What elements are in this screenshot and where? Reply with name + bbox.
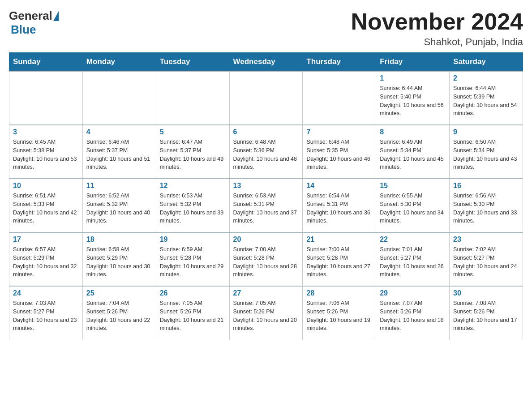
day-info: Sunrise: 6:44 AMSunset: 5:40 PMDaylight:… — [380, 84, 446, 118]
day-info: Sunrise: 6:55 AMSunset: 5:30 PMDaylight:… — [380, 192, 446, 225]
day-info: Sunrise: 7:06 AMSunset: 5:26 PMDaylight:… — [306, 299, 372, 333]
day-info: Sunrise: 6:56 AMSunset: 5:30 PMDaylight:… — [453, 192, 519, 225]
calendar-week-row: 24Sunrise: 7:03 AMSunset: 5:27 PMDayligh… — [9, 286, 523, 340]
day-number: 16 — [453, 182, 519, 190]
day-info: Sunrise: 6:45 AMSunset: 5:38 PMDaylight:… — [13, 138, 79, 171]
day-number: 29 — [380, 289, 446, 297]
calendar-day-cell: 28Sunrise: 7:06 AMSunset: 5:26 PMDayligh… — [303, 286, 376, 340]
day-number: 14 — [306, 182, 372, 190]
calendar-week-row: 3Sunrise: 6:45 AMSunset: 5:38 PMDaylight… — [9, 125, 523, 179]
day-info: Sunrise: 6:59 AMSunset: 5:28 PMDaylight:… — [160, 245, 226, 279]
calendar-day-cell: 23Sunrise: 7:02 AMSunset: 5:27 PMDayligh… — [450, 232, 523, 286]
calendar-day-cell: 18Sunrise: 6:58 AMSunset: 5:29 PMDayligh… — [82, 232, 156, 286]
day-number: 22 — [380, 235, 446, 244]
day-number: 10 — [13, 182, 79, 190]
day-info: Sunrise: 6:49 AMSunset: 5:34 PMDaylight:… — [380, 138, 446, 171]
day-info: Sunrise: 6:52 AMSunset: 5:32 PMDaylight:… — [86, 192, 152, 225]
calendar-day-cell: 5Sunrise: 6:47 AMSunset: 5:37 PMDaylight… — [156, 125, 229, 179]
calendar-day-cell: 1Sunrise: 6:44 AMSunset: 5:40 PMDaylight… — [376, 71, 450, 125]
calendar-day-cell: 15Sunrise: 6:55 AMSunset: 5:30 PMDayligh… — [376, 179, 450, 232]
day-number: 26 — [160, 289, 226, 297]
calendar-day-cell: 21Sunrise: 7:00 AMSunset: 5:28 PMDayligh… — [303, 232, 376, 286]
day-number: 2 — [453, 74, 519, 82]
day-number: 3 — [13, 128, 79, 136]
day-number: 5 — [160, 128, 226, 136]
calendar-table: SundayMondayTuesdayWednesdayThursdayFrid… — [9, 52, 523, 340]
calendar-week-row: 1Sunrise: 6:44 AMSunset: 5:40 PMDaylight… — [9, 71, 523, 125]
calendar-day-cell: 3Sunrise: 6:45 AMSunset: 5:38 PMDaylight… — [9, 125, 83, 179]
day-info: Sunrise: 6:54 AMSunset: 5:31 PMDaylight:… — [306, 192, 372, 225]
day-number: 8 — [380, 128, 446, 136]
calendar-day-cell: 20Sunrise: 7:00 AMSunset: 5:28 PMDayligh… — [229, 232, 303, 286]
day-number: 9 — [453, 128, 519, 136]
day-number: 11 — [86, 182, 152, 190]
calendar-day-cell — [229, 71, 303, 125]
calendar-day-cell: 11Sunrise: 6:52 AMSunset: 5:32 PMDayligh… — [82, 179, 156, 232]
calendar-day-cell: 9Sunrise: 6:50 AMSunset: 5:34 PMDaylight… — [450, 125, 523, 179]
calendar-day-cell: 25Sunrise: 7:04 AMSunset: 5:26 PMDayligh… — [82, 286, 156, 340]
calendar-week-row: 10Sunrise: 6:51 AMSunset: 5:33 PMDayligh… — [9, 179, 523, 232]
month-title: November 2024 — [351, 9, 523, 34]
title-area: November 2024 Shahkot, Punjab, India — [351, 9, 523, 48]
weekday-header: Saturday — [450, 53, 523, 72]
day-number: 17 — [13, 235, 79, 244]
day-info: Sunrise: 7:00 AMSunset: 5:28 PMDaylight:… — [306, 245, 372, 279]
day-number: 21 — [306, 235, 372, 244]
weekday-header: Wednesday — [229, 53, 303, 72]
day-number: 4 — [86, 128, 152, 136]
calendar-day-cell: 17Sunrise: 6:57 AMSunset: 5:29 PMDayligh… — [9, 232, 83, 286]
calendar-day-cell: 4Sunrise: 6:46 AMSunset: 5:37 PMDaylight… — [82, 125, 156, 179]
calendar-day-cell: 6Sunrise: 6:48 AMSunset: 5:36 PMDaylight… — [229, 125, 303, 179]
calendar-day-cell: 14Sunrise: 6:54 AMSunset: 5:31 PMDayligh… — [303, 179, 376, 232]
calendar-day-cell: 24Sunrise: 7:03 AMSunset: 5:27 PMDayligh… — [9, 286, 83, 340]
day-info: Sunrise: 6:47 AMSunset: 5:37 PMDaylight:… — [160, 138, 226, 171]
calendar-day-cell: 30Sunrise: 7:08 AMSunset: 5:26 PMDayligh… — [450, 286, 523, 340]
logo-blue-text: Blue — [11, 23, 36, 36]
day-number: 24 — [13, 289, 79, 297]
weekday-header: Sunday — [9, 53, 83, 72]
day-info: Sunrise: 6:53 AMSunset: 5:31 PMDaylight:… — [233, 192, 299, 225]
day-number: 1 — [380, 74, 446, 82]
day-info: Sunrise: 6:50 AMSunset: 5:34 PMDaylight:… — [453, 138, 519, 171]
calendar-day-cell — [303, 71, 376, 125]
day-number: 23 — [453, 235, 519, 244]
day-number: 13 — [233, 182, 299, 190]
header: General Blue November 2024 Shahkot, Punj… — [9, 9, 523, 48]
day-number: 20 — [233, 235, 299, 244]
weekday-header: Friday — [376, 53, 450, 72]
day-number: 30 — [453, 289, 519, 297]
calendar-header-row: SundayMondayTuesdayWednesdayThursdayFrid… — [9, 53, 523, 72]
logo: General Blue — [9, 9, 60, 37]
weekday-header: Thursday — [303, 53, 376, 72]
day-number: 19 — [160, 235, 226, 244]
calendar-day-cell — [9, 71, 83, 125]
day-info: Sunrise: 6:48 AMSunset: 5:36 PMDaylight:… — [233, 138, 299, 171]
logo-general-text: General — [9, 9, 52, 23]
day-info: Sunrise: 6:44 AMSunset: 5:39 PMDaylight:… — [453, 84, 519, 118]
day-info: Sunrise: 7:05 AMSunset: 5:26 PMDaylight:… — [160, 299, 226, 333]
day-number: 27 — [233, 289, 299, 297]
calendar-day-cell: 7Sunrise: 6:48 AMSunset: 5:35 PMDaylight… — [303, 125, 376, 179]
calendar-day-cell: 2Sunrise: 6:44 AMSunset: 5:39 PMDaylight… — [450, 71, 523, 125]
calendar-week-row: 17Sunrise: 6:57 AMSunset: 5:29 PMDayligh… — [9, 232, 523, 286]
weekday-header: Tuesday — [156, 53, 229, 72]
calendar-day-cell: 16Sunrise: 6:56 AMSunset: 5:30 PMDayligh… — [450, 179, 523, 232]
day-info: Sunrise: 7:04 AMSunset: 5:26 PMDaylight:… — [86, 299, 152, 333]
calendar-day-cell: 8Sunrise: 6:49 AMSunset: 5:34 PMDaylight… — [376, 125, 450, 179]
calendar-day-cell — [156, 71, 229, 125]
calendar-day-cell — [82, 71, 156, 125]
calendar-day-cell: 10Sunrise: 6:51 AMSunset: 5:33 PMDayligh… — [9, 179, 83, 232]
calendar-day-cell: 29Sunrise: 7:07 AMSunset: 5:26 PMDayligh… — [376, 286, 450, 340]
day-info: Sunrise: 7:03 AMSunset: 5:27 PMDaylight:… — [13, 299, 79, 333]
calendar-day-cell: 12Sunrise: 6:53 AMSunset: 5:32 PMDayligh… — [156, 179, 229, 232]
day-number: 6 — [233, 128, 299, 136]
day-info: Sunrise: 7:07 AMSunset: 5:26 PMDaylight:… — [380, 299, 446, 333]
location-title: Shahkot, Punjab, India — [351, 36, 523, 48]
logo-triangle-icon — [53, 11, 59, 21]
day-info: Sunrise: 7:05 AMSunset: 5:26 PMDaylight:… — [233, 299, 299, 333]
day-info: Sunrise: 6:48 AMSunset: 5:35 PMDaylight:… — [306, 138, 372, 171]
day-info: Sunrise: 7:02 AMSunset: 5:27 PMDaylight:… — [453, 245, 519, 279]
day-number: 12 — [160, 182, 226, 190]
day-info: Sunrise: 6:46 AMSunset: 5:37 PMDaylight:… — [86, 138, 152, 171]
day-number: 15 — [380, 182, 446, 190]
